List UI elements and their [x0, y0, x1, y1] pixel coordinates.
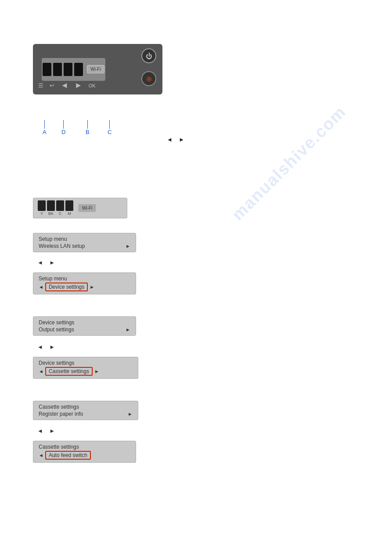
screen-cassette-settings: Device settings ◄ Cassette settings ► [33, 357, 138, 379]
screen6-row1: Cassette settings [39, 444, 130, 450]
left-nav-button[interactable]: ◄ [61, 81, 68, 90]
ink-indicator-screen: Y BK C M Wi-Fi [33, 198, 127, 218]
right-nav-button[interactable]: ► [75, 81, 83, 90]
screen2-row1: Setup menu [39, 276, 130, 282]
label-d: D [61, 120, 65, 135]
auto-feed-switch-highlighted: Auto feed switch [45, 451, 91, 460]
screen1-row2: Wireless LAN setup ► [39, 243, 130, 249]
ink-c [56, 200, 64, 211]
ink-m [65, 200, 73, 211]
screen4-row2: ◄ Cassette settings ► [39, 367, 133, 376]
power-button[interactable]: ⏻ [141, 48, 156, 63]
stop-button[interactable]: ⊗ [141, 71, 156, 86]
ok-button[interactable]: OK [89, 83, 96, 88]
screen2-row2: ◄ Device settings ► [39, 283, 130, 291]
back-icon[interactable]: ↩ [50, 82, 54, 89]
wifi-button: Wi-Fi [87, 65, 104, 73]
screen-device-settings: Setup menu ◄ Device settings ► [33, 272, 136, 294]
ink-slot-y [43, 63, 51, 76]
screen-output-settings: Device settings Output settings ► [33, 316, 136, 336]
nav-description: ◄ ► [167, 136, 184, 143]
nav-arrows-1: ◄ ► [37, 259, 55, 266]
menu-icon[interactable]: ☰ [38, 82, 43, 89]
ink-slot-m [74, 63, 83, 76]
label-b: B [86, 120, 90, 135]
screen-auto-feed-switch: Cassette settings ◄ Auto feed switch [33, 441, 136, 463]
screen-setup-wireless: Setup menu Wireless LAN setup ► [33, 233, 136, 252]
screen3-row2: Output settings ► [39, 326, 130, 333]
screen6-row2: ◄ Auto feed switch [39, 451, 130, 460]
screen5-row1: Cassette settings [39, 404, 133, 410]
watermark: manualshive.com [228, 102, 350, 224]
ink-y [38, 200, 46, 211]
nav-arrows-3: ◄ ► [37, 428, 55, 434]
cassette-settings-highlighted: Cassette settings [45, 367, 93, 376]
nav-buttons-row: ☰ ↩ ◄ ► OK [38, 81, 96, 90]
label-a: A [43, 120, 47, 135]
ink-bk [47, 200, 55, 211]
nav-arrows-2: ◄ ► [37, 344, 55, 350]
screen1-row1: Setup menu [39, 236, 130, 242]
wifi-status: Wi-Fi [78, 204, 96, 212]
screen4-row1: Device settings [39, 360, 133, 366]
ink-panel: Wi-Fi [42, 58, 105, 81]
screen5-row2: Register paper info ► [39, 411, 133, 417]
device-settings-highlighted: Device settings [45, 283, 88, 291]
ink-slot-c [64, 63, 72, 76]
screen-register-paper: Cassette settings Register paper info ► [33, 401, 138, 420]
ink-slot-bk [53, 63, 62, 76]
screen3-row1: Device settings [39, 319, 130, 326]
printer-diagram: Wi-Fi ⏻ ⊗ ☰ ↩ ◄ ► OK A D B C [33, 44, 169, 123]
label-c: C [108, 120, 111, 135]
